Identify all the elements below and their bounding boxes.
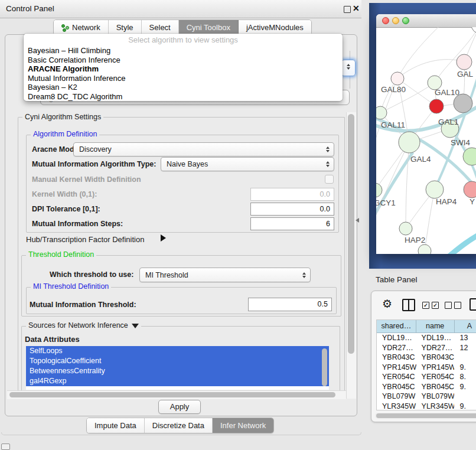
table-row[interactable]: YBR045CYBR045C9. (377, 382, 476, 392)
data-attribute-item[interactable]: SelfLoops (26, 346, 329, 356)
settings-hscroll-thumb[interactable] (9, 392, 335, 397)
algorithm-combobox-focused-cap[interactable] (341, 60, 356, 76)
table-header-0[interactable]: shared… (377, 320, 416, 332)
zoom-traffic-light[interactable] (402, 17, 409, 24)
table-hscroll-thumb[interactable] (376, 413, 476, 418)
sources-group-title[interactable]: Sources for Network Inference (26, 322, 141, 330)
table-row[interactable]: YBL079WYBL079W (377, 392, 476, 402)
apply-button[interactable]: Apply (158, 400, 201, 414)
table-cell: YLR345W (377, 402, 416, 411)
network-node-gal11[interactable] (376, 106, 387, 119)
close-icon[interactable]: ✕ (353, 4, 360, 13)
network-node-y[interactable] (464, 181, 476, 198)
data-attribute-item[interactable]: TopologicalCoefficient (26, 356, 329, 366)
gear-icon[interactable]: ⚙ (382, 297, 392, 311)
select-all-checkboxes-icon[interactable]: ✓✓ (422, 302, 439, 309)
table-hscroll-track[interactable] (375, 413, 476, 419)
table-cell (454, 392, 476, 402)
mode-tabs: Impute DataDiscretize DataInfer Network (86, 418, 274, 433)
network-edge (397, 27, 441, 79)
table-row[interactable]: YPR145WYPR145W9. (377, 363, 476, 373)
network-node[interactable] (418, 244, 431, 254)
float-window-icon[interactable] (344, 6, 351, 13)
table-header-2[interactable]: A (455, 320, 476, 332)
splitter-collapse-arrow[interactable] (356, 218, 359, 223)
screenshot-root: Control Panel ✕ NetworkStyleSelectCyni T… (0, 0, 476, 450)
mode-tab-impute-data[interactable]: Impute Data (87, 418, 145, 433)
network-edge (406, 142, 409, 229)
table-cell: YPR145W (377, 363, 416, 373)
tab-cyni-toolbox[interactable]: Cyni Toolbox (179, 20, 239, 35)
network-node-gal4[interactable] (399, 132, 420, 153)
tab-label: Network (72, 23, 100, 32)
dropdown-item[interactable]: Bayesian – Hill Climbing (28, 46, 338, 56)
dpi-tolerance-label: DPI Tolerance [0,1]: (32, 205, 100, 213)
tab-jactivemnodules[interactable]: jActiveMNodules (239, 20, 311, 35)
tab-label: Impute Data (94, 421, 136, 430)
network-node-label: SWI4 (451, 138, 470, 147)
dropdown-item[interactable]: Basic Correlation Inference (28, 56, 338, 65)
table-row[interactable]: YER054CYER054C8. (377, 372, 476, 382)
algorithm-definition-title: Algorithm Definition (31, 131, 99, 138)
aracne-mode-combobox[interactable]: Discovery (73, 142, 334, 156)
data-attributes-list[interactable]: SelfLoopsTopologicalCoefficientBetweenne… (26, 346, 329, 390)
settings-vscroll-thumb[interactable] (348, 114, 354, 354)
hub-section-label: Hub/Transcription Factor Definition (26, 235, 144, 244)
minimize-traffic-light[interactable] (392, 17, 399, 24)
data-attribute-item[interactable]: BetweennessCentrality (26, 366, 329, 376)
dropdown-item[interactable]: ARACNE Algorithm (28, 64, 338, 74)
table-cell: YER054C (416, 372, 455, 382)
table-cell (454, 353, 476, 363)
tab-label: Infer Network (220, 421, 266, 430)
hub-section-expander-icon[interactable] (161, 234, 166, 242)
network-node[interactable] (391, 72, 404, 85)
mi-steps-field[interactable]: 6 (250, 217, 334, 230)
table-row[interactable]: YBR043CYBR043C (377, 353, 476, 363)
network-window-titlebar[interactable] (376, 14, 476, 28)
network-node-hap4[interactable] (426, 181, 444, 198)
control-panel-tabs: NetworkStyleSelectCyni ToolboxjActiveMNo… (53, 19, 312, 35)
network-node-gal[interactable] (457, 54, 472, 70)
kernel-width-field: 0.0 (250, 188, 334, 201)
network-icon (61, 24, 69, 31)
dropdown-item[interactable]: Bayesian – K2 (28, 83, 338, 92)
attributes-list-vscroll-thumb[interactable] (322, 348, 327, 386)
dpi-tolerance-field[interactable]: 0.0 (250, 203, 334, 216)
manual-kernel-label: Manual Kernel Width Definition (32, 175, 141, 184)
algorithm-dropdown-popup: Select algorithm to view settings Bayesi… (24, 34, 343, 101)
network-node-gcy1[interactable] (376, 183, 382, 197)
mode-tab-discretize-data[interactable]: Discretize Data (145, 418, 213, 433)
table-header-1[interactable]: name (416, 320, 455, 332)
table-cell: YDL19… (416, 333, 455, 343)
tab-label: Select (149, 23, 171, 32)
network-node-hap2[interactable] (399, 222, 412, 235)
dock-panel-icon[interactable] (1, 444, 10, 450)
network-node-label: Y (470, 197, 475, 206)
network-node-label: GAL (457, 70, 474, 79)
table-row[interactable]: YDL19…YDL19…13 (377, 333, 476, 343)
collapse-triangle-icon[interactable] (132, 324, 139, 328)
deselect-all-checkboxes-icon[interactable] (445, 302, 461, 309)
table-panel-title: Table Panel (376, 275, 418, 284)
network-view-window: GALGAL80GAL10GAL1GAL11SWI4GAL4GCY1HAP4YH… (376, 14, 476, 254)
table-cell: YPR145W (416, 363, 455, 373)
tab-style[interactable]: Style (109, 20, 142, 35)
which-threshold-combobox[interactable]: MI Threshold (139, 268, 311, 282)
network-node-gal1[interactable] (429, 99, 444, 113)
tab-select[interactable]: Select (142, 20, 179, 35)
network-canvas[interactable]: GALGAL80GAL10GAL1GAL11SWI4GAL4GCY1HAP4YH… (376, 27, 476, 254)
table-function-icon[interactable] (470, 298, 476, 311)
data-attribute-item[interactable]: gal4RGexp (26, 376, 329, 386)
table-row[interactable]: YLR345WYLR345W9. (377, 402, 476, 411)
threshold-definition-title: Threshold Definition (26, 251, 96, 259)
mode-tab-infer-network[interactable]: Infer Network (213, 418, 273, 433)
table-row[interactable]: YDR27…YDR27…12 (377, 343, 476, 353)
split-columns-icon[interactable] (402, 299, 415, 311)
dropdown-item[interactable]: Mutual Information Inference (28, 74, 338, 83)
mi-algorithm-type-combobox[interactable]: Naive Bayes (161, 157, 334, 171)
tab-network[interactable]: Network (54, 20, 109, 35)
network-edge (445, 231, 476, 254)
dropdown-item[interactable]: Dream8 DC_TDC Algorithm (28, 92, 338, 102)
close-traffic-light[interactable] (382, 17, 389, 24)
mi-threshold-field[interactable]: 0.5 (248, 298, 332, 311)
